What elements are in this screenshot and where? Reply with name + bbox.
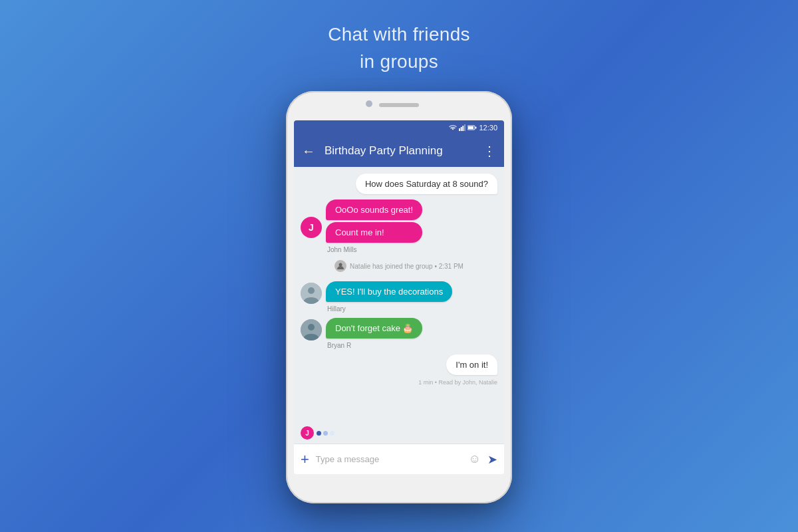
phone-speaker [379, 103, 419, 107]
message-group-john: J OoOo sounds great! Count me in! John M… [301, 200, 497, 253]
message-group-hillary: YES! I'll buy the decorations Hillary [301, 281, 497, 313]
send-button[interactable]: ➤ [487, 452, 497, 467]
message-bubble-incoming-2: I'm on it! [446, 354, 497, 375]
dot-1 [317, 431, 321, 436]
avatar-bryan [301, 319, 322, 340]
status-time: 12:30 [479, 124, 497, 132]
wifi-icon [449, 124, 457, 131]
typing-avatar: J [301, 426, 314, 440]
system-message: Natalie has joined the group • 2:31 PM [301, 260, 497, 272]
typing-indicator: J [294, 424, 504, 444]
input-bar: + Type a message ☺ ➤ [294, 444, 504, 474]
battery-icon [467, 125, 477, 130]
dot-2 [323, 431, 328, 436]
status-bar: 12:30 [294, 120, 504, 135]
status-icons: 12:30 [449, 124, 497, 132]
message-bubble-bryan: Don't forget cake 🎂 [326, 318, 422, 338]
chat-title: Birthday Party Planning [325, 144, 473, 158]
message-input[interactable]: Type a message [316, 454, 462, 464]
hillary-bubbles: YES! I'll buy the decorations Hillary [326, 281, 452, 313]
svg-rect-0 [459, 128, 460, 131]
message-bubble-john-1: OoOo sounds great! [326, 200, 422, 220]
avatar-hillary [301, 283, 322, 304]
app-bar: ← Birthday Party Planning ⋮ [294, 135, 504, 167]
dot-3 [330, 431, 334, 436]
svg-rect-6 [468, 126, 473, 129]
svg-rect-1 [461, 127, 462, 131]
svg-rect-3 [464, 124, 466, 131]
message-group-bryan: Don't forget cake 🎂 Bryan R [301, 318, 497, 349]
chat-area: How does Saturday at 8 sound? J OoOo sou… [294, 167, 504, 424]
message-bubble-john-2: Count me in! [326, 222, 422, 243]
bryan-bubbles: Don't forget cake 🎂 Bryan R [326, 318, 422, 349]
phone-screen: 12:30 ← Birthday Party Planning ⋮ How do… [294, 120, 504, 474]
more-options-button[interactable]: ⋮ [483, 143, 496, 159]
svg-rect-5 [475, 127, 477, 129]
avatar-john: J [301, 217, 322, 238]
message-bubble-hillary: YES! I'll buy the decorations [326, 281, 452, 302]
sender-name-bryan: Bryan R [327, 342, 422, 349]
sender-name-john: John Mills [327, 246, 422, 253]
emoji-button[interactable]: ☺ [469, 452, 481, 466]
typing-dots [317, 431, 334, 436]
add-attachment-button[interactable]: + [301, 451, 309, 468]
svg-point-9 [308, 287, 315, 294]
read-receipt: 1 min • Read by John, Natalie [418, 379, 497, 386]
page-title: Chat with friends in groups [328, 21, 470, 75]
svg-rect-2 [463, 126, 464, 131]
svg-point-7 [339, 263, 342, 267]
back-button[interactable]: ← [302, 144, 315, 159]
svg-point-11 [308, 324, 315, 331]
phone-mockup: 12:30 ← Birthday Party Planning ⋮ How do… [286, 91, 512, 503]
message-bubble-incoming-1: How does Saturday at 8 sound? [356, 174, 497, 194]
signal-icon [459, 124, 466, 131]
system-avatar [334, 260, 346, 272]
sender-name-hillary: Hillary [327, 305, 452, 313]
john-bubbles: OoOo sounds great! Count me in! John Mil… [326, 200, 422, 253]
